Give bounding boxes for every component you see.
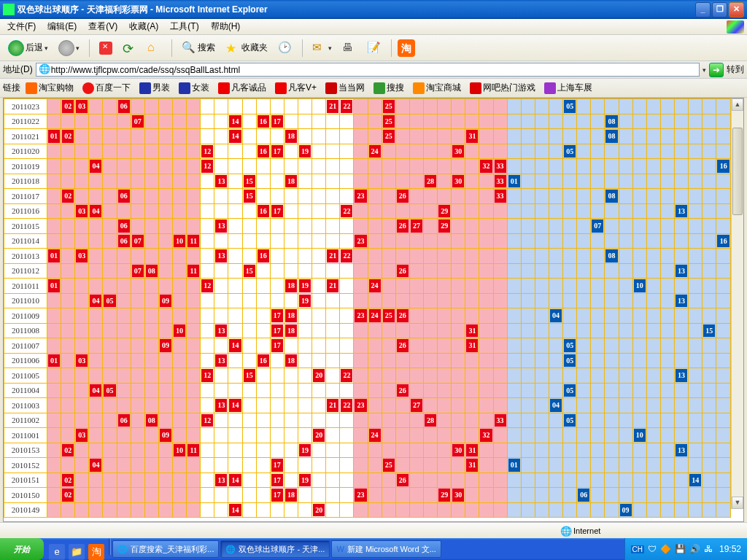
red-ball: 22	[341, 100, 352, 113]
blue-cell-16	[716, 249, 731, 264]
page-viewport[interactable]: 2011023020306212225052011022071416172508…	[4, 98, 731, 521]
taobao-icon[interactable]: 淘	[398, 39, 415, 57]
quicklaunch-ie[interactable]: e	[49, 544, 65, 560]
red-cell-6	[117, 338, 131, 354]
mail-button[interactable]: ✉▾	[309, 39, 336, 58]
stop-button[interactable]	[96, 39, 116, 57]
red-cell-8	[144, 458, 158, 473]
start-button[interactable]: 开始	[0, 538, 44, 560]
scroll-thumb[interactable]	[732, 128, 743, 215]
red-ball: 32	[480, 160, 492, 173]
link-dangdang[interactable]: 当当网	[322, 80, 368, 96]
refresh-button[interactable]: ⟳	[119, 39, 141, 58]
search-button[interactable]: 🔍搜索	[178, 39, 219, 58]
blue-cell-8	[605, 323, 619, 338]
restore-button[interactable]: ❐	[712, 2, 727, 18]
blue-cell-2	[521, 472, 535, 488]
red-cell-12	[201, 189, 214, 204]
red-cell-3	[75, 368, 89, 384]
blue-cell-2	[521, 159, 535, 174]
menu-file[interactable]: 文件(F)	[3, 19, 40, 34]
red-cell-6: 06	[117, 413, 131, 428]
link-womenswear[interactable]: 女装	[175, 80, 213, 96]
red-cell-27	[409, 233, 423, 249]
close-button[interactable]: ✕	[729, 2, 744, 18]
red-cell-30	[452, 323, 465, 338]
quicklaunch-taobao[interactable]: 淘	[88, 544, 104, 560]
red-cell-5	[103, 219, 117, 234]
blue-cell-6	[577, 263, 591, 279]
link-baidu[interactable]: 百度一下	[79, 80, 134, 96]
blue-cell-10	[632, 323, 646, 338]
red-cell-25	[382, 263, 395, 279]
blue-cell-12	[660, 174, 674, 189]
red-cell-20: 20	[312, 428, 326, 443]
tray-disk-icon[interactable]: 💾	[675, 544, 686, 554]
red-cell-4: 04	[89, 458, 103, 473]
task-lottery[interactable]: 🌐双色球出球顺序 - 天津...	[220, 540, 330, 558]
system-tray[interactable]: CH 🛡 🔶 💾 🔊 🖧 19:52	[624, 538, 747, 560]
print-button[interactable]: 🖶	[338, 39, 360, 58]
forward-button[interactable]: ▾	[55, 38, 83, 58]
link-taobao[interactable]: 淘宝购物	[22, 80, 77, 96]
clock[interactable]: 19:52	[719, 544, 741, 554]
tray-volume-icon[interactable]: 🔊	[689, 544, 700, 554]
menu-help[interactable]: 帮助(H)	[206, 19, 245, 34]
blue-cell-10	[632, 233, 646, 249]
task-baidu[interactable]: 🌐百度搜索_天津福利彩...	[112, 540, 219, 558]
red-cell-19: 19	[298, 443, 312, 458]
red-cell-5	[103, 413, 117, 428]
red-cell-20	[312, 144, 326, 159]
link-autoshow[interactable]: 上海车展	[541, 80, 596, 96]
edit-button[interactable]: 📝	[363, 39, 385, 58]
back-button[interactable]: 后退▾	[4, 38, 52, 58]
link-tmall[interactable]: 淘宝商城	[409, 80, 465, 96]
red-cell-28	[424, 398, 438, 413]
red-cell-1	[47, 502, 61, 518]
home-button[interactable]: ⌂	[144, 39, 166, 58]
blue-cell-5	[563, 263, 577, 279]
favorites-button[interactable]: ★收藏夹	[222, 39, 271, 58]
address-dropdown[interactable]: ▾	[703, 66, 706, 74]
link-vancl[interactable]: 凡客诚品	[214, 80, 270, 96]
tray-shield-icon[interactable]: 🛡	[648, 544, 657, 554]
red-cell-30: 30	[452, 144, 465, 159]
link-vanclplus[interactable]: 凡客V+	[271, 80, 320, 96]
tray-network-icon[interactable]: 🖧	[704, 544, 713, 554]
menu-favorites[interactable]: 收藏(A)	[125, 19, 163, 34]
go-button[interactable]: ➜	[709, 63, 724, 77]
task-word[interactable]: W新建 Microsoft Word 文...	[331, 540, 441, 558]
red-cell-33	[493, 443, 507, 458]
vertical-scrollbar[interactable]: ▲ ▼	[731, 98, 743, 509]
tray-av-icon[interactable]: 🔶	[660, 544, 671, 554]
red-cell-22	[340, 488, 354, 503]
quicklaunch-explorer[interactable]: 📁	[69, 544, 85, 560]
red-cell-17	[270, 428, 284, 443]
history-button[interactable]: 🕑	[274, 39, 296, 58]
blue-cell-1	[507, 144, 521, 159]
red-cell-30	[452, 279, 465, 294]
red-cell-7	[131, 428, 144, 443]
red-ball: 10	[174, 324, 185, 338]
link-menswear[interactable]: 男装	[136, 80, 174, 96]
menu-view[interactable]: 查看(V)	[84, 19, 122, 34]
red-cell-23	[354, 413, 368, 428]
scroll-up-button[interactable]: ▲	[732, 98, 743, 111]
blue-cell-2	[521, 398, 535, 413]
minimize-button[interactable]: _	[695, 2, 711, 18]
red-cell-22: 22	[340, 398, 354, 413]
blue-cell-5	[563, 398, 577, 413]
red-cell-14	[228, 263, 242, 279]
tray-ime-icon[interactable]: CH	[631, 545, 644, 553]
blue-cell-8	[605, 174, 619, 189]
link-soso[interactable]: 搜搜	[370, 80, 408, 96]
red-cell-20	[312, 443, 326, 458]
menu-tools[interactable]: 工具(T)	[166, 19, 203, 34]
red-cell-6	[117, 144, 131, 159]
blue-cell-1	[507, 293, 521, 308]
menu-edit[interactable]: 编辑(E)	[43, 19, 81, 34]
address-input[interactable]	[36, 63, 700, 77]
scroll-down-button[interactable]: ▼	[732, 497, 743, 509]
blue-cell-2	[521, 189, 535, 204]
link-netbar[interactable]: 网吧热门游戏	[466, 80, 539, 96]
